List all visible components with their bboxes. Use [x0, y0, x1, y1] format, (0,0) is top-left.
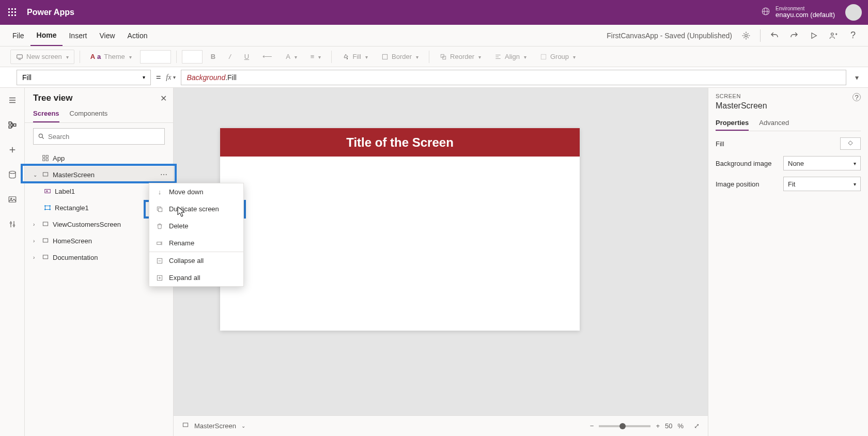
svg-rect-44 — [157, 242, 161, 244]
underline-button[interactable]: U — [239, 50, 254, 64]
new-screen-button[interactable]: New screen — [10, 50, 74, 64]
label-icon — [43, 187, 52, 195]
svg-rect-1 — [11, 8, 13, 10]
svg-rect-42 — [183, 423, 188, 427]
italic-button[interactable]: / — [224, 50, 236, 64]
play-icon[interactable] — [805, 27, 823, 44]
undo-icon[interactable] — [766, 27, 783, 44]
group-button[interactable]: Group — [535, 50, 581, 64]
theme-button[interactable]: Aa Theme — [85, 50, 137, 64]
zoom-out-button[interactable]: − — [590, 422, 594, 430]
menu-home[interactable]: Home — [30, 25, 63, 46]
menu-view[interactable]: View — [93, 25, 121, 46]
svg-rect-18 — [541, 54, 546, 59]
tab-components[interactable]: Components — [70, 105, 108, 122]
tree-view-icon[interactable] — [4, 117, 21, 133]
data-icon[interactable] — [4, 166, 21, 183]
menu-file[interactable]: File — [6, 25, 30, 46]
cm-collapse-all[interactable]: Collapse all — [149, 252, 243, 269]
cm-expand-all[interactable]: Expand all — [149, 269, 243, 286]
menu-action[interactable]: Action — [121, 25, 154, 46]
fx-icon[interactable]: fx ▾ — [166, 73, 176, 82]
svg-rect-21 — [13, 124, 16, 127]
canvas-viewport[interactable]: Title of the Screen — [174, 88, 708, 415]
theme-label: Theme — [104, 53, 125, 60]
property-dropdown[interactable]: Fill▾ — [17, 70, 151, 85]
font-color-box[interactable] — [182, 50, 203, 64]
new-screen-label: New screen — [26, 53, 62, 60]
svg-point-35 — [44, 206, 45, 207]
more-icon[interactable]: ⋯ — [160, 170, 168, 179]
share-icon[interactable] — [825, 27, 842, 44]
align-button[interactable]: Align — [489, 50, 532, 64]
cm-move-down[interactable]: ↓ Move down — [149, 183, 243, 200]
app-status: FirstCanvasApp - Saved (Unpublished) — [607, 32, 737, 40]
close-icon[interactable]: ✕ — [160, 94, 167, 103]
svg-point-11 — [745, 34, 748, 37]
svg-rect-32 — [43, 173, 48, 176]
search-input[interactable] — [48, 133, 160, 141]
help-icon[interactable]: ? — [844, 27, 862, 44]
tree-title: Tree view — [33, 93, 73, 103]
canvas-area: Title of the Screen MasterScreen ⌄ − + 5… — [174, 88, 708, 436]
svg-point-24 — [10, 198, 11, 199]
environment-picker[interactable]: Environment enayu.com (default) — [761, 6, 835, 19]
prop-bgimage-label: Background image — [716, 160, 771, 167]
svg-point-38 — [50, 209, 51, 210]
svg-marker-12 — [812, 33, 816, 38]
svg-point-27 — [39, 134, 42, 137]
formula-expand-icon[interactable]: ▾ — [851, 73, 862, 82]
svg-point-37 — [44, 209, 45, 210]
media-icon[interactable] — [4, 191, 21, 208]
tree-item-app[interactable]: App — [25, 150, 173, 166]
fill-swatch[interactable] — [840, 137, 861, 150]
search-icon — [38, 133, 45, 140]
formula-input[interactable]: Background.Fill — [181, 70, 846, 85]
svg-rect-30 — [43, 159, 45, 161]
expand-icon — [156, 274, 164, 282]
border-button[interactable]: Border — [376, 50, 424, 64]
hamburger-icon[interactable] — [4, 92, 21, 108]
font-color-button[interactable]: A — [281, 50, 302, 64]
zoom-slider[interactable] — [599, 425, 650, 427]
tab-advanced[interactable]: Advanced — [759, 116, 789, 131]
tab-properties[interactable]: Properties — [716, 116, 749, 131]
left-rail — [0, 88, 25, 436]
imgpos-dropdown[interactable]: Fit▾ — [783, 177, 861, 191]
svg-rect-3 — [8, 11, 10, 13]
reorder-button[interactable]: Reorder — [435, 50, 486, 64]
cm-delete[interactable]: Delete — [149, 217, 243, 235]
bold-button[interactable]: B — [206, 50, 221, 64]
svg-rect-43 — [159, 208, 162, 211]
zoom-value: 50 — [665, 422, 672, 430]
tree-item-masterscreen[interactable]: ⌄ MasterScreen ⋯ — [25, 166, 173, 183]
fill-button[interactable]: Fill — [337, 50, 373, 64]
tree-search[interactable] — [33, 128, 165, 145]
redo-icon[interactable] — [785, 27, 803, 44]
align-text-button[interactable]: ≡ — [305, 50, 327, 64]
footer-screen-name[interactable]: MasterScreen — [194, 422, 236, 430]
fullscreen-icon[interactable]: ⤢ — [694, 422, 700, 430]
tab-screens[interactable]: Screens — [33, 105, 59, 122]
zoom-in-button[interactable]: + — [656, 422, 660, 430]
svg-rect-31 — [46, 159, 48, 161]
screen-preview[interactable]: Title of the Screen — [220, 128, 580, 331]
cm-duplicate[interactable]: Duplicate screen — [149, 200, 243, 217]
advanced-tools-icon[interactable] — [4, 216, 21, 232]
font-size-input[interactable] — [140, 50, 171, 64]
collapse-icon — [156, 257, 164, 264]
strikethrough-button[interactable]: ⟵ — [257, 50, 277, 64]
cm-rename[interactable]: Rename — [149, 235, 243, 252]
avatar[interactable] — [845, 4, 862, 21]
bgimage-dropdown[interactable]: None▾ — [783, 156, 861, 170]
screen-title-label: Title of the Screen — [220, 128, 580, 157]
svg-rect-28 — [43, 155, 45, 158]
zoom-suffix: % — [677, 422, 684, 430]
waffle-icon[interactable] — [6, 6, 19, 19]
screen-icon — [41, 170, 50, 179]
app-checker-icon[interactable] — [737, 27, 755, 44]
insert-icon[interactable] — [4, 142, 21, 158]
svg-point-22 — [9, 171, 16, 174]
info-icon[interactable]: ? — [853, 93, 861, 101]
menu-insert[interactable]: Insert — [63, 25, 93, 46]
